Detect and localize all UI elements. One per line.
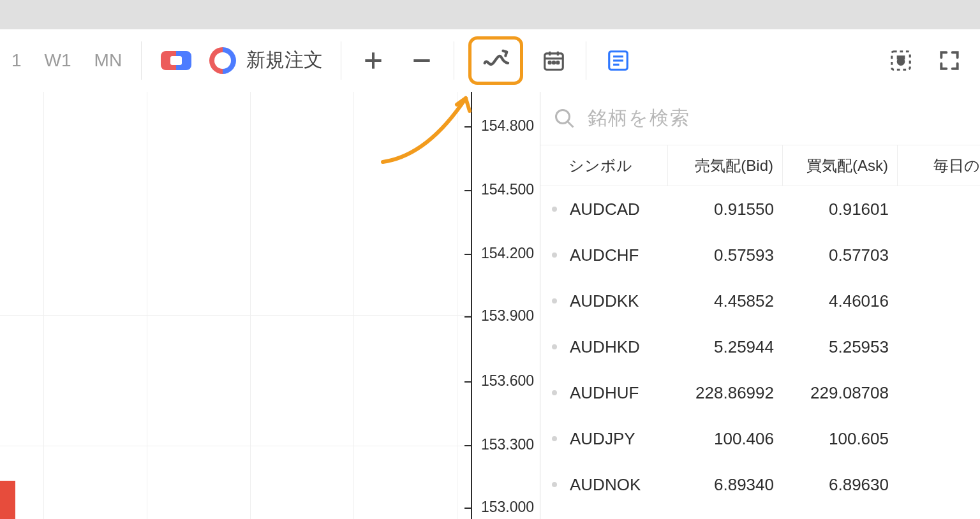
watchlist-row[interactable]: AUDCHF0.575930.57703 — [540, 232, 980, 278]
candle-bar — [0, 481, 15, 519]
watchlist-row[interactable]: AUDCAD0.915500.91601 — [540, 186, 980, 232]
header-bid[interactable]: 売気配(Bid) — [668, 145, 783, 186]
svg-point-8 — [553, 61, 555, 63]
symbol-name: AUDDKK — [570, 291, 668, 311]
y-tick: 153.300 — [471, 436, 540, 453]
toolbar-divider — [586, 41, 586, 80]
fullscreen-button[interactable] — [932, 43, 967, 78]
screenshot-button[interactable] — [883, 43, 919, 78]
bid-value: 228.86992 — [668, 383, 783, 403]
search-input[interactable]: 銘柄を検索 — [540, 92, 980, 145]
header-symbol[interactable]: シンボル — [540, 145, 668, 186]
watchlist-button[interactable] — [600, 43, 636, 78]
window-titlebar — [0, 0, 980, 29]
y-tick: 154.800 — [471, 117, 540, 135]
zoom-out-button[interactable] — [404, 43, 440, 78]
ask-value: 4.46016 — [783, 291, 898, 311]
status-dot-icon — [552, 436, 557, 441]
content-area: 154.800 154.500 154.200 153.900 153.600 … — [0, 92, 980, 519]
y-tick: 154.200 — [471, 245, 540, 262]
symbol-name: AUDJPY — [570, 429, 668, 449]
toolbar-divider — [141, 41, 142, 80]
status-dot-icon — [552, 298, 557, 303]
indicator-button[interactable] — [468, 36, 523, 85]
svg-point-7 — [549, 61, 551, 63]
bid-value: 5.25944 — [668, 337, 783, 357]
svg-point-9 — [557, 61, 559, 63]
calendar-button[interactable] — [536, 43, 572, 78]
y-axis — [471, 92, 540, 519]
header-ask[interactable]: 買気配(Ask) — [783, 145, 898, 186]
ask-value: 100.605 — [783, 429, 898, 449]
timeframe-d1[interactable]: 1 — [0, 50, 33, 71]
new-order-button[interactable]: 新規注文 — [242, 47, 333, 73]
y-tick: 153.600 — [471, 372, 540, 390]
svg-point-17 — [556, 110, 570, 123]
bid-value: 0.57593 — [668, 245, 783, 265]
symbol-name: AUDCAD — [570, 200, 668, 219]
status-dot-icon — [552, 207, 557, 212]
watchlist-row[interactable]: AUDHKD5.259445.25953 — [540, 324, 980, 370]
watchlist-row[interactable]: AUDHUF228.86992229.08708 — [540, 370, 980, 416]
svg-rect-16 — [898, 56, 904, 58]
status-dot-icon — [552, 344, 557, 349]
timeframe-w1[interactable]: W1 — [33, 50, 83, 71]
candle-style-icon[interactable] — [161, 51, 191, 70]
zoom-in-button[interactable] — [355, 43, 391, 78]
chart-panel[interactable]: 154.800 154.500 154.200 153.900 153.600 … — [0, 92, 540, 519]
symbol-name: AUDHKD — [570, 337, 668, 357]
status-dot-icon — [552, 252, 557, 258]
toolbar-divider — [341, 41, 341, 80]
ask-value: 6.89630 — [783, 475, 898, 495]
status-dot-icon — [552, 482, 557, 487]
watchlist-row[interactable]: AUDJPY100.406100.605 — [540, 416, 980, 462]
ask-value: 0.91601 — [783, 200, 898, 219]
toolbar-divider — [454, 41, 454, 80]
toolbar: 1 W1 MN 新規注文 — [0, 29, 980, 92]
status-dot-icon — [552, 390, 557, 395]
bid-value: 0.91550 — [668, 200, 783, 219]
symbol-name: AUDCHF — [570, 245, 668, 265]
bid-value: 100.406 — [668, 429, 783, 449]
watchlist-panel: 銘柄を検索 シンボル 売気配(Bid) 買気配(Ask) 毎日の AUDCAD0… — [540, 92, 980, 519]
bid-value: 6.89340 — [668, 475, 783, 495]
watchlist-row[interactable]: AUDDKK4.458524.46016 — [540, 278, 980, 324]
timeframe-mn[interactable]: MN — [83, 50, 134, 71]
chart-color-icon[interactable] — [209, 47, 236, 74]
y-tick: 153.000 — [471, 499, 540, 516]
bid-value: 4.45852 — [668, 291, 783, 311]
search-icon — [553, 107, 576, 130]
watchlist-row[interactable]: AUDNOK6.893406.89630 — [540, 462, 980, 508]
watchlist-header: シンボル 売気配(Bid) 買気配(Ask) 毎日の — [540, 145, 980, 186]
symbol-name: AUDHUF — [570, 383, 668, 403]
y-tick: 154.500 — [471, 181, 540, 198]
ask-value: 229.08708 — [783, 383, 898, 403]
search-placeholder: 銘柄を検索 — [588, 105, 690, 131]
symbol-name: AUDNOK — [570, 475, 668, 495]
svg-line-18 — [568, 121, 574, 127]
ask-value: 0.57703 — [783, 245, 898, 265]
y-tick: 153.900 — [471, 307, 540, 325]
ask-value: 5.25953 — [783, 337, 898, 357]
header-daily[interactable]: 毎日の — [898, 145, 980, 186]
